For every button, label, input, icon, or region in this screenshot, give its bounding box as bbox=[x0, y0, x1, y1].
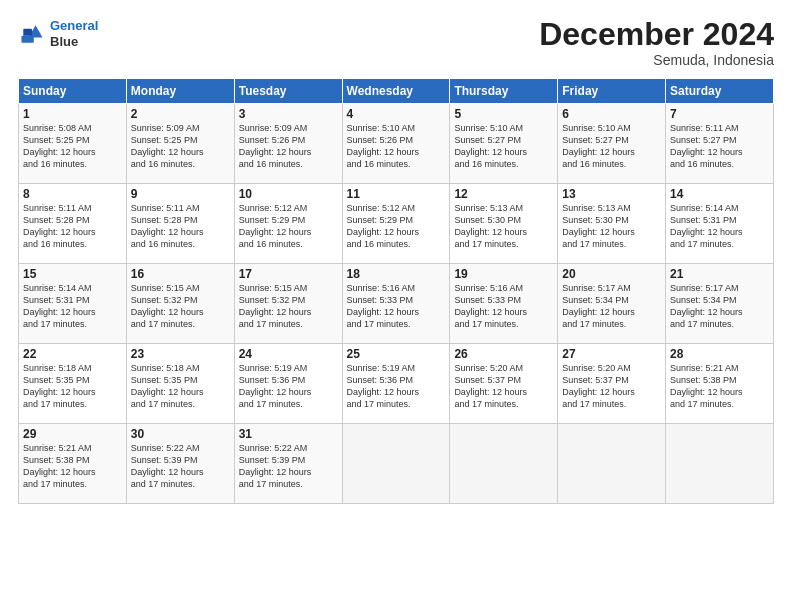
day-info: Sunrise: 5:17 AM Sunset: 5:34 PM Dayligh… bbox=[562, 282, 661, 331]
weekday-header-friday: Friday bbox=[558, 79, 666, 104]
calendar-cell-10: 10Sunrise: 5:12 AM Sunset: 5:29 PM Dayli… bbox=[234, 184, 342, 264]
calendar-cell-11: 11Sunrise: 5:12 AM Sunset: 5:29 PM Dayli… bbox=[342, 184, 450, 264]
day-info: Sunrise: 5:10 AM Sunset: 5:27 PM Dayligh… bbox=[562, 122, 661, 171]
calendar-cell-30: 30Sunrise: 5:22 AM Sunset: 5:39 PM Dayli… bbox=[126, 424, 234, 504]
logo-text: General Blue bbox=[50, 18, 98, 49]
subtitle: Semuda, Indonesia bbox=[539, 52, 774, 68]
calendar-cell-1: 1Sunrise: 5:08 AM Sunset: 5:25 PM Daylig… bbox=[19, 104, 127, 184]
logo-icon bbox=[18, 20, 46, 48]
calendar-cell-15: 15Sunrise: 5:14 AM Sunset: 5:31 PM Dayli… bbox=[19, 264, 127, 344]
day-number: 3 bbox=[239, 107, 338, 121]
calendar-cell-empty bbox=[558, 424, 666, 504]
day-info: Sunrise: 5:13 AM Sunset: 5:30 PM Dayligh… bbox=[562, 202, 661, 251]
calendar-cell-13: 13Sunrise: 5:13 AM Sunset: 5:30 PM Dayli… bbox=[558, 184, 666, 264]
calendar-cell-17: 17Sunrise: 5:15 AM Sunset: 5:32 PM Dayli… bbox=[234, 264, 342, 344]
calendar-cell-22: 22Sunrise: 5:18 AM Sunset: 5:35 PM Dayli… bbox=[19, 344, 127, 424]
day-number: 19 bbox=[454, 267, 553, 281]
day-number: 26 bbox=[454, 347, 553, 361]
weekday-header-wednesday: Wednesday bbox=[342, 79, 450, 104]
day-info: Sunrise: 5:12 AM Sunset: 5:29 PM Dayligh… bbox=[239, 202, 338, 251]
calendar-cell-empty bbox=[450, 424, 558, 504]
day-number: 5 bbox=[454, 107, 553, 121]
week-row-3: 15Sunrise: 5:14 AM Sunset: 5:31 PM Dayli… bbox=[19, 264, 774, 344]
month-title: December 2024 bbox=[539, 18, 774, 50]
calendar-cell-8: 8Sunrise: 5:11 AM Sunset: 5:28 PM Daylig… bbox=[19, 184, 127, 264]
calendar-cell-18: 18Sunrise: 5:16 AM Sunset: 5:33 PM Dayli… bbox=[342, 264, 450, 344]
calendar-cell-31: 31Sunrise: 5:22 AM Sunset: 5:39 PM Dayli… bbox=[234, 424, 342, 504]
weekday-header-thursday: Thursday bbox=[450, 79, 558, 104]
day-number: 31 bbox=[239, 427, 338, 441]
day-info: Sunrise: 5:11 AM Sunset: 5:28 PM Dayligh… bbox=[131, 202, 230, 251]
day-info: Sunrise: 5:22 AM Sunset: 5:39 PM Dayligh… bbox=[239, 442, 338, 491]
weekday-header-sunday: Sunday bbox=[19, 79, 127, 104]
day-info: Sunrise: 5:11 AM Sunset: 5:28 PM Dayligh… bbox=[23, 202, 122, 251]
calendar-cell-3: 3Sunrise: 5:09 AM Sunset: 5:26 PM Daylig… bbox=[234, 104, 342, 184]
day-number: 23 bbox=[131, 347, 230, 361]
calendar-cell-5: 5Sunrise: 5:10 AM Sunset: 5:27 PM Daylig… bbox=[450, 104, 558, 184]
day-info: Sunrise: 5:10 AM Sunset: 5:27 PM Dayligh… bbox=[454, 122, 553, 171]
day-info: Sunrise: 5:20 AM Sunset: 5:37 PM Dayligh… bbox=[562, 362, 661, 411]
day-info: Sunrise: 5:16 AM Sunset: 5:33 PM Dayligh… bbox=[454, 282, 553, 331]
svg-rect-3 bbox=[23, 28, 32, 35]
day-info: Sunrise: 5:10 AM Sunset: 5:26 PM Dayligh… bbox=[347, 122, 446, 171]
calendar-cell-23: 23Sunrise: 5:18 AM Sunset: 5:35 PM Dayli… bbox=[126, 344, 234, 424]
day-info: Sunrise: 5:09 AM Sunset: 5:26 PM Dayligh… bbox=[239, 122, 338, 171]
week-row-4: 22Sunrise: 5:18 AM Sunset: 5:35 PM Dayli… bbox=[19, 344, 774, 424]
day-number: 7 bbox=[670, 107, 769, 121]
day-number: 18 bbox=[347, 267, 446, 281]
week-row-1: 1Sunrise: 5:08 AM Sunset: 5:25 PM Daylig… bbox=[19, 104, 774, 184]
calendar-cell-empty bbox=[666, 424, 774, 504]
day-info: Sunrise: 5:18 AM Sunset: 5:35 PM Dayligh… bbox=[131, 362, 230, 411]
day-info: Sunrise: 5:16 AM Sunset: 5:33 PM Dayligh… bbox=[347, 282, 446, 331]
day-number: 21 bbox=[670, 267, 769, 281]
calendar-cell-25: 25Sunrise: 5:19 AM Sunset: 5:36 PM Dayli… bbox=[342, 344, 450, 424]
day-info: Sunrise: 5:15 AM Sunset: 5:32 PM Dayligh… bbox=[131, 282, 230, 331]
day-number: 25 bbox=[347, 347, 446, 361]
calendar-cell-6: 6Sunrise: 5:10 AM Sunset: 5:27 PM Daylig… bbox=[558, 104, 666, 184]
calendar-cell-16: 16Sunrise: 5:15 AM Sunset: 5:32 PM Dayli… bbox=[126, 264, 234, 344]
week-row-2: 8Sunrise: 5:11 AM Sunset: 5:28 PM Daylig… bbox=[19, 184, 774, 264]
day-number: 30 bbox=[131, 427, 230, 441]
day-info: Sunrise: 5:15 AM Sunset: 5:32 PM Dayligh… bbox=[239, 282, 338, 331]
day-info: Sunrise: 5:21 AM Sunset: 5:38 PM Dayligh… bbox=[670, 362, 769, 411]
calendar-cell-7: 7Sunrise: 5:11 AM Sunset: 5:27 PM Daylig… bbox=[666, 104, 774, 184]
day-info: Sunrise: 5:22 AM Sunset: 5:39 PM Dayligh… bbox=[131, 442, 230, 491]
day-number: 2 bbox=[131, 107, 230, 121]
day-number: 6 bbox=[562, 107, 661, 121]
page: General Blue December 2024 Semuda, Indon… bbox=[0, 0, 792, 612]
day-number: 8 bbox=[23, 187, 122, 201]
day-number: 20 bbox=[562, 267, 661, 281]
calendar-cell-28: 28Sunrise: 5:21 AM Sunset: 5:38 PM Dayli… bbox=[666, 344, 774, 424]
day-info: Sunrise: 5:14 AM Sunset: 5:31 PM Dayligh… bbox=[23, 282, 122, 331]
day-number: 12 bbox=[454, 187, 553, 201]
calendar-cell-20: 20Sunrise: 5:17 AM Sunset: 5:34 PM Dayli… bbox=[558, 264, 666, 344]
logo: General Blue bbox=[18, 18, 98, 49]
day-info: Sunrise: 5:17 AM Sunset: 5:34 PM Dayligh… bbox=[670, 282, 769, 331]
calendar-cell-9: 9Sunrise: 5:11 AM Sunset: 5:28 PM Daylig… bbox=[126, 184, 234, 264]
day-info: Sunrise: 5:11 AM Sunset: 5:27 PM Dayligh… bbox=[670, 122, 769, 171]
header: General Blue December 2024 Semuda, Indon… bbox=[18, 18, 774, 68]
day-number: 15 bbox=[23, 267, 122, 281]
calendar-cell-4: 4Sunrise: 5:10 AM Sunset: 5:26 PM Daylig… bbox=[342, 104, 450, 184]
calendar-cell-29: 29Sunrise: 5:21 AM Sunset: 5:38 PM Dayli… bbox=[19, 424, 127, 504]
calendar-cell-14: 14Sunrise: 5:14 AM Sunset: 5:31 PM Dayli… bbox=[666, 184, 774, 264]
calendar-cell-24: 24Sunrise: 5:19 AM Sunset: 5:36 PM Dayli… bbox=[234, 344, 342, 424]
day-number: 13 bbox=[562, 187, 661, 201]
day-number: 22 bbox=[23, 347, 122, 361]
calendar-cell-26: 26Sunrise: 5:20 AM Sunset: 5:37 PM Dayli… bbox=[450, 344, 558, 424]
day-info: Sunrise: 5:19 AM Sunset: 5:36 PM Dayligh… bbox=[239, 362, 338, 411]
day-info: Sunrise: 5:20 AM Sunset: 5:37 PM Dayligh… bbox=[454, 362, 553, 411]
weekday-header-monday: Monday bbox=[126, 79, 234, 104]
calendar-cell-empty bbox=[342, 424, 450, 504]
calendar-cell-2: 2Sunrise: 5:09 AM Sunset: 5:25 PM Daylig… bbox=[126, 104, 234, 184]
day-number: 10 bbox=[239, 187, 338, 201]
day-info: Sunrise: 5:08 AM Sunset: 5:25 PM Dayligh… bbox=[23, 122, 122, 171]
day-number: 16 bbox=[131, 267, 230, 281]
day-info: Sunrise: 5:13 AM Sunset: 5:30 PM Dayligh… bbox=[454, 202, 553, 251]
day-info: Sunrise: 5:19 AM Sunset: 5:36 PM Dayligh… bbox=[347, 362, 446, 411]
day-number: 24 bbox=[239, 347, 338, 361]
day-number: 28 bbox=[670, 347, 769, 361]
day-info: Sunrise: 5:14 AM Sunset: 5:31 PM Dayligh… bbox=[670, 202, 769, 251]
calendar-cell-19: 19Sunrise: 5:16 AM Sunset: 5:33 PM Dayli… bbox=[450, 264, 558, 344]
calendar-cell-27: 27Sunrise: 5:20 AM Sunset: 5:37 PM Dayli… bbox=[558, 344, 666, 424]
